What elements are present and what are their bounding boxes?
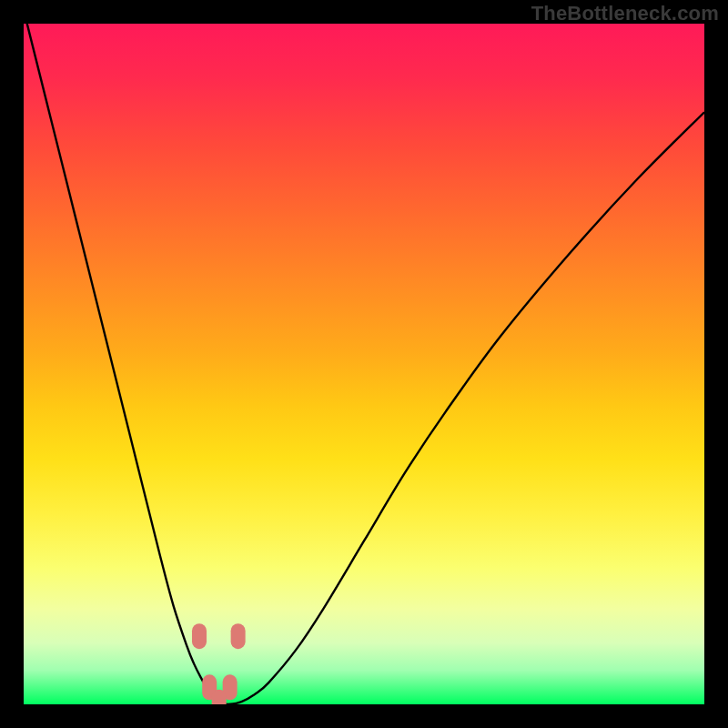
data-point: [192, 623, 207, 649]
watermark-text: TheBottleneck.com: [531, 2, 719, 25]
points-layer: [24, 24, 704, 704]
data-point: [212, 690, 227, 704]
chart-frame: TheBottleneck.com: [0, 0, 728, 728]
data-point: [231, 623, 246, 649]
plot-area: [24, 24, 704, 704]
